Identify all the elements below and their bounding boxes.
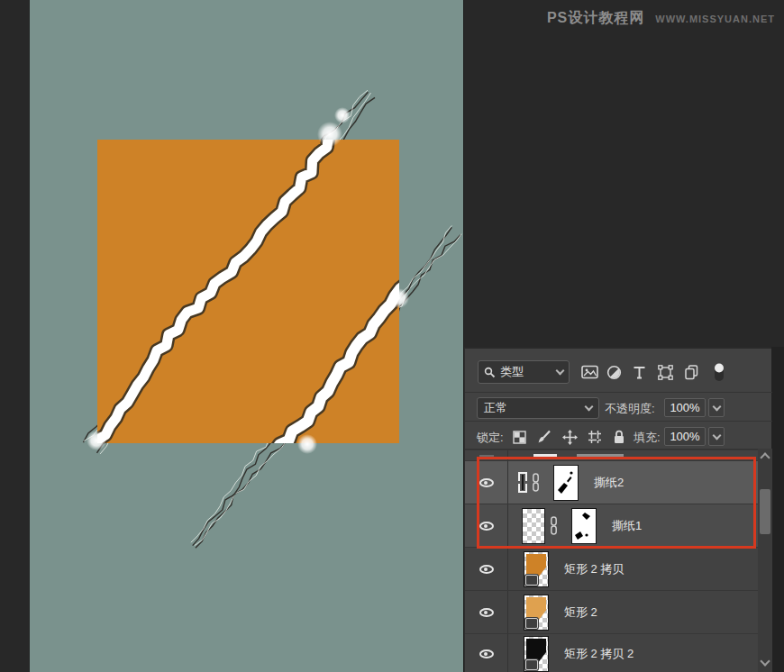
lock-position-button[interactable] — [559, 426, 580, 448]
filter-smart-objects-button[interactable] — [680, 362, 702, 382]
layer-row-rect2[interactable]: 矩形 2 — [465, 590, 758, 633]
blend-mode-value: 正常 — [484, 400, 586, 416]
chevron-down-icon — [712, 402, 721, 411]
blend-mode-dropdown[interactable]: 正常 — [477, 397, 599, 419]
opacity-label: 不透明度: — [605, 401, 655, 417]
fill-dropdown-button[interactable] — [708, 427, 725, 446]
filter-pixel-layers-button[interactable] — [579, 362, 600, 382]
brush-icon — [537, 430, 552, 444]
fill-value-field[interactable]: 100% — [664, 427, 706, 446]
chevron-down-icon — [585, 403, 594, 412]
shape-layer-thumbnail[interactable] — [524, 595, 549, 631]
visibility-toggle[interactable] — [465, 548, 508, 590]
shape-badge-icon — [525, 659, 538, 670]
toggle-pin-icon — [713, 361, 725, 383]
filter-type-layers-button[interactable] — [628, 362, 650, 382]
move-icon — [562, 430, 578, 445]
layer-name: 矩形 2 拷贝 2 — [564, 646, 634, 662]
panel-gutter — [771, 347, 784, 672]
shape-layer-thumbnail[interactable] — [524, 551, 549, 587]
half-circle-icon — [606, 365, 622, 380]
image-icon — [581, 365, 598, 379]
eye-icon — [479, 608, 494, 617]
scrollbar-thumb[interactable] — [760, 489, 770, 534]
watermark-site-name: PS设计教程网 — [547, 9, 644, 28]
lock-icon — [613, 430, 625, 444]
watermark-site-url: WWW.MISSYUAN.NET — [655, 14, 775, 24]
divider — [465, 392, 772, 393]
document-canvas[interactable] — [30, 0, 464, 672]
chevron-down-icon — [712, 431, 721, 440]
lock-label: 锁定: — [477, 430, 504, 446]
shape-badge-icon — [525, 575, 538, 586]
scroll-up-icon[interactable] — [760, 452, 770, 462]
filter-on-toggle[interactable] — [708, 362, 730, 382]
chevron-down-icon — [556, 367, 565, 376]
layer-filter-dropdown[interactable]: 类型 — [478, 360, 570, 384]
lock-artboard-button[interactable] — [584, 426, 606, 448]
filter-adjustment-layers-button[interactable] — [603, 362, 624, 382]
shape-layer-thumbnail[interactable] — [524, 636, 549, 672]
lock-transparent-pixels-button[interactable] — [508, 426, 530, 448]
scroll-down-icon[interactable] — [760, 656, 770, 666]
shape-badge-icon — [525, 618, 538, 629]
photoshop-workspace: PS设计教程网 WWW.MISSYUAN.NET 类型 — [0, 0, 784, 672]
text-icon — [633, 366, 646, 379]
shape-icon — [658, 365, 673, 380]
layer-row-rect2-copy[interactable]: 矩形 2 拷贝 — [465, 547, 758, 590]
watermark: PS设计教程网 WWW.MISSYUAN.NET — [547, 9, 775, 28]
layers-panel: 类型 — [464, 347, 771, 672]
filter-shape-layers-button[interactable] — [654, 362, 676, 382]
shape-fill — [526, 597, 546, 621]
search-icon — [484, 367, 496, 378]
visibility-toggle[interactable] — [465, 634, 508, 672]
shape-fill — [526, 554, 546, 577]
filter-type-label: 类型 — [500, 364, 552, 380]
artboard-icon — [588, 430, 602, 444]
lock-image-pixels-button[interactable] — [533, 426, 555, 448]
lock-all-button[interactable] — [608, 426, 630, 448]
layer-row-rect2-copy2[interactable]: 矩形 2 拷贝 2 — [465, 633, 758, 672]
visibility-toggle[interactable] — [465, 591, 508, 633]
eye-icon — [479, 565, 494, 574]
layers-scrollbar[interactable] — [758, 449, 772, 672]
divider — [465, 421, 772, 422]
opacity-dropdown-button[interactable] — [708, 398, 725, 417]
opacity-value-field[interactable]: 100% — [664, 398, 706, 417]
layer-name: 矩形 2 拷贝 — [564, 561, 624, 577]
checkerboard-icon — [513, 431, 526, 444]
annotation-highlight-box — [477, 457, 756, 549]
layer-name: 矩形 2 — [564, 604, 597, 621]
orange-rectangle — [97, 140, 399, 443]
copy-page-icon — [684, 365, 699, 380]
fill-label: 填充: — [634, 430, 661, 446]
eye-icon — [479, 649, 494, 658]
